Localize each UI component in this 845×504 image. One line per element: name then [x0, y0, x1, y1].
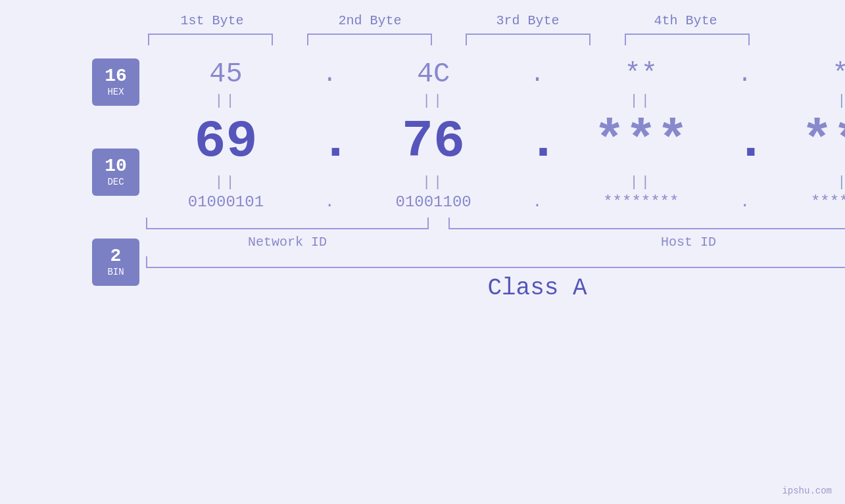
dec-b4: ***: [783, 112, 845, 172]
top-brackets: [92, 34, 753, 45]
byte3-header: 3rd Byte: [462, 13, 594, 28]
equals-row-2: || || || ||: [146, 174, 845, 191]
eq2-b4: ||: [783, 174, 845, 191]
dec-dot1: .: [320, 112, 339, 172]
bytes-grid: 45 . 4C . ** . ** || || || || 69: [146, 52, 845, 302]
bracket-top-2: [307, 34, 432, 45]
hex-b2: 4C: [368, 58, 499, 90]
dec-dot2: .: [527, 112, 547, 172]
eq1-b2: ||: [368, 93, 499, 109]
bracket-top-3: [466, 34, 591, 45]
eq2-b1: ||: [160, 174, 291, 191]
bin-num: 2: [110, 247, 122, 265]
bin-dot2: .: [527, 193, 547, 211]
byte1-header: 1st Byte: [147, 13, 278, 28]
hex-label: HEX: [107, 87, 124, 97]
host-bracket-line: [448, 218, 845, 229]
eq1-b3: ||: [575, 93, 707, 109]
bin-dot1: .: [320, 193, 339, 211]
hex-num: 16: [105, 67, 127, 85]
bracket-top-1: [148, 34, 273, 45]
hex-dot1: .: [320, 61, 339, 88]
dec-badge: 10 DEC: [92, 149, 139, 196]
main-container: 1st Byte 2nd Byte 3rd Byte 4th Byte 16 H…: [0, 0, 845, 504]
class-area: Class A: [146, 256, 845, 302]
bin-b1: 01000101: [160, 193, 291, 211]
host-id-label: Host ID: [661, 235, 716, 250]
bin-b4: ********: [783, 193, 845, 211]
hex-dot2: .: [527, 61, 547, 88]
hex-b4: **: [783, 58, 845, 90]
hex-b3: **: [575, 58, 707, 90]
eq2-b3: ||: [575, 174, 707, 191]
byte-headers: 1st Byte 2nd Byte 3rd Byte 4th Byte: [92, 0, 753, 28]
base-labels: 16 HEX 10 DEC 2 BIN: [92, 58, 139, 286]
network-bracket-line: [146, 218, 429, 229]
eq1-b4: ||: [783, 93, 845, 109]
bottom-bracket-area: Network ID Host ID: [146, 218, 845, 250]
dec-label: DEC: [107, 177, 124, 187]
hex-row: 45 . 4C . ** . **: [146, 58, 845, 90]
bracket-top-4: [625, 34, 750, 45]
dec-b3: ***: [575, 112, 707, 172]
eq1-b1: ||: [160, 93, 291, 109]
bin-badge: 2 BIN: [92, 239, 139, 286]
class-bracket-line: [146, 256, 845, 268]
dec-num: 10: [105, 157, 127, 175]
byte4-header: 4th Byte: [620, 13, 752, 28]
byte2-header: 2nd Byte: [304, 13, 436, 28]
watermark: ipshu.com: [782, 486, 832, 496]
dec-dot3: .: [735, 112, 755, 172]
network-id-label: Network ID: [248, 235, 327, 250]
eq2-b2: ||: [368, 174, 499, 191]
class-label: Class A: [487, 275, 587, 302]
host-id-bracket: Host ID: [448, 218, 845, 250]
bin-b2: 01001100: [368, 193, 499, 211]
dec-b1: 69: [160, 112, 291, 172]
content-area: 16 HEX 10 DEC 2 BIN 45 . 4C . ** . **: [92, 52, 753, 302]
equals-row-1: || || || ||: [146, 93, 845, 109]
bin-row: 01000101 . 01001100 . ******** . *******…: [146, 193, 845, 211]
dec-row: 69 . 76 . *** . ***: [146, 112, 845, 172]
bin-dot3: .: [735, 193, 755, 211]
bin-b3: ********: [575, 193, 707, 211]
bin-label: BIN: [107, 267, 124, 277]
dec-b2: 76: [368, 112, 499, 172]
hex-dot3: .: [735, 61, 755, 88]
hex-badge: 16 HEX: [92, 58, 139, 106]
hex-b1: 45: [160, 58, 291, 90]
network-id-bracket: Network ID: [146, 218, 429, 250]
